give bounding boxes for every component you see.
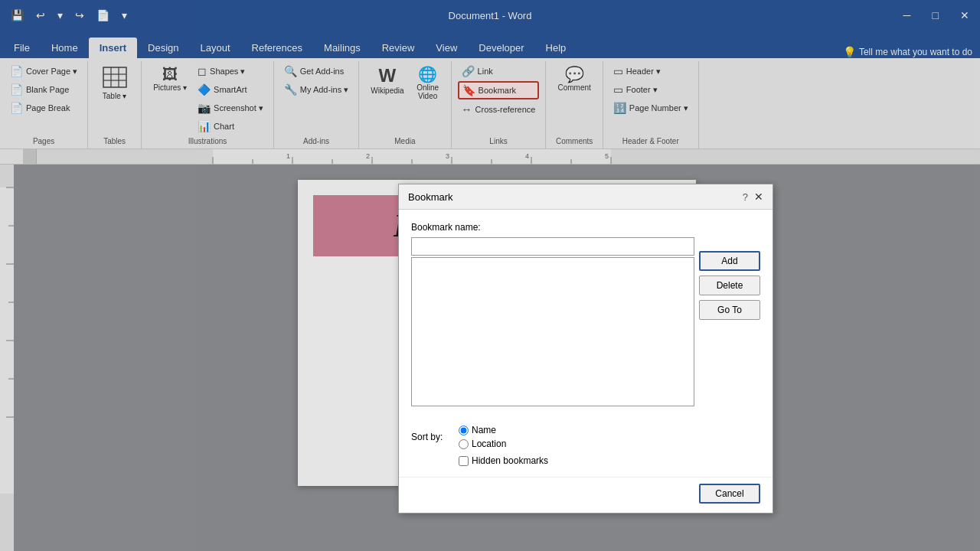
tab-home[interactable]: Home [41,37,89,58]
sort-location-label: Location [472,439,506,449]
cross-reference-icon: ↔ [462,103,472,116]
bookmark-list[interactable] [411,257,694,406]
cross-reference-button[interactable]: ↔ Cross-reference [458,101,540,118]
add-button[interactable]: Add [699,251,760,271]
media-label: Media [365,135,444,148]
link-button[interactable]: 🔗 Link [458,63,540,80]
dialog-body: Bookmark name: Add Delete Go To [399,210,773,419]
bookmark-ribbon-icon: 🔖 [462,84,475,96]
footer-icon: ▭ [613,83,623,96]
online-video-button[interactable]: 🌐 OnlineVideo [411,63,445,104]
dialog-help-button[interactable]: ? [743,191,748,203]
quick-access-toolbar: 💾 ↩ ▾ ↪ 📄 ▾ [8,8,130,23]
comment-button[interactable]: 💬 Comment [552,63,596,96]
cover-page-icon: 📄 [10,65,23,77]
header-footer-label: Header & Footer [609,135,692,148]
minimize-button[interactable]: ─ [900,8,914,23]
smartart-button[interactable]: 🔷 SmartArt [194,81,267,98]
online-video-icon: 🌐 [418,67,437,82]
tab-help[interactable]: Help [535,37,577,58]
cover-page-button[interactable]: 📄 Cover Page ▾ [6,63,81,80]
hidden-bookmarks-option[interactable]: Hidden bookmarks [459,455,760,466]
page-number-button[interactable]: 🔢 Page Number ▾ [609,99,692,116]
svg-text:1: 1 [286,152,290,160]
comments-label: Comments [552,135,596,148]
shapes-button[interactable]: ◻ Shapes ▾ [194,63,267,80]
chart-button[interactable]: 📊 Chart [194,118,267,135]
header-button[interactable]: ▭ Header ▾ [609,63,692,80]
my-addins-button[interactable]: 🔧 My Add-ins ▾ [280,81,352,98]
ribbon-group-illustrations: 🖼 Pictures ▾ ◻ Shapes ▾ 🔷 SmartArt 📷 Scr… [142,61,274,148]
tab-review[interactable]: Review [371,37,426,58]
sort-location-option[interactable]: Location [459,439,506,449]
blank-page-icon: 📄 [10,83,23,96]
tab-design[interactable]: Design [137,37,189,58]
smartart-label: SmartArt [214,85,247,94]
ribbon-group-pages: 📄 Cover Page ▾ 📄 Blank Page 📄 Page Break… [0,61,88,148]
tab-file[interactable]: File [3,37,41,58]
table-label: Table ▾ [103,92,127,100]
bookmark-button[interactable]: 🔖 Bookmark [458,81,540,99]
sort-name-option[interactable]: Name [459,425,506,435]
online-video-label: OnlineVideo [416,83,439,100]
goto-button[interactable]: Go To [699,300,760,320]
close-button[interactable]: ✕ [957,8,972,23]
bookmark-name-input[interactable] [411,237,694,256]
delete-button[interactable]: Delete [699,276,760,295]
tab-view[interactable]: View [425,37,468,58]
title-bar: 💾 ↩ ▾ ↪ 📄 ▾ Document1 - Word ─ □ ✕ [0,0,980,31]
comments-items: 💬 Comment [552,63,596,135]
links-items: 🔗 Link 🔖 Bookmark ↔ Cross-reference [458,63,540,135]
svg-text:5: 5 [605,152,609,160]
pictures-label: Pictures ▾ [153,83,187,92]
redo-button[interactable]: ↪ [72,8,87,23]
svg-text:2: 2 [366,152,370,160]
wikipedia-label: Wikipedia [371,86,403,95]
new-doc-button[interactable]: 📄 [93,8,113,23]
qat-dropdown-button[interactable]: ▾ [119,8,130,23]
footer-label: Footer ▾ [626,85,658,95]
cancel-button[interactable]: Cancel [699,484,760,504]
wikipedia-button[interactable]: W Wikipedia [365,63,409,99]
save-button[interactable]: 💾 [8,8,27,23]
pages-col: 📄 Cover Page ▾ 📄 Blank Page 📄 Page Break [6,63,81,116]
illustrations-col: ◻ Shapes ▾ 🔷 SmartArt 📷 Screenshot ▾ 📊 C… [194,63,267,135]
chart-label: Chart [214,122,234,131]
maximize-button[interactable]: □ [929,8,942,23]
table-button[interactable]: Table ▾ [97,63,132,104]
sort-name-radio[interactable] [459,425,469,435]
screenshot-label: Screenshot ▾ [214,103,263,113]
blank-page-button[interactable]: 📄 Blank Page [6,81,81,98]
pictures-button[interactable]: 🖼 Pictures ▾ [148,63,192,96]
svg-text:3: 3 [446,152,449,160]
tab-developer[interactable]: Developer [468,37,534,58]
screenshot-button[interactable]: 📷 Screenshot ▾ [194,99,267,116]
smartart-icon: 🔷 [198,83,211,96]
tab-insert[interactable]: Insert [89,37,137,58]
page-break-label: Page Break [26,103,70,112]
dialog-close-button[interactable]: ✕ [754,191,763,203]
addins-label: Add-ins [280,135,352,148]
chart-icon: 📊 [198,120,211,132]
footer-button[interactable]: ▭ Footer ▾ [609,81,692,98]
header-footer-items: ▭ Header ▾ ▭ Footer ▾ 🔢 Page Number ▾ [609,63,692,135]
sort-radio-group: Name Location [459,425,506,449]
tab-layout[interactable]: Layout [190,37,241,58]
page-number-icon: 🔢 [613,102,626,114]
sort-by-label: Sort by: [411,432,449,442]
tell-me-label[interactable]: Tell me what you want to do [859,47,972,57]
page-break-button[interactable]: 📄 Page Break [6,99,81,116]
table-icon [103,67,127,90]
ribbon-group-links: 🔗 Link 🔖 Bookmark ↔ Cross-reference Link… [452,61,547,148]
dialog-cancel-area: Cancel [399,477,773,513]
get-addins-button[interactable]: 🔍 Get Add-ins [280,63,352,80]
hidden-bookmarks-checkbox[interactable] [459,456,469,466]
tab-mailings[interactable]: Mailings [313,37,371,58]
undo-button[interactable]: ↩ [33,8,48,23]
window-title: Document1 - Word [449,10,532,21]
sort-location-radio[interactable] [459,439,469,449]
svg-rect-0 [103,67,126,87]
tab-references[interactable]: References [241,37,313,58]
undo-dropdown-button[interactable]: ▾ [54,8,66,23]
tables-label: Tables [94,135,135,148]
